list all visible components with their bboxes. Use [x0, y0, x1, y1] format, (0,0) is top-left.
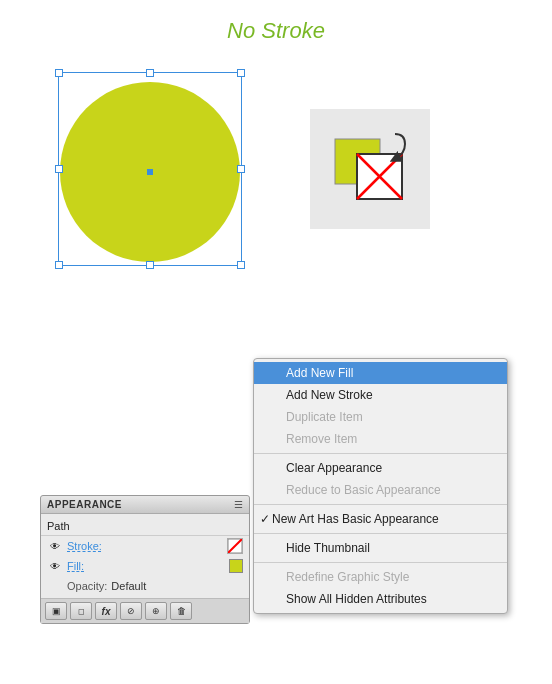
- fill-label: Fill:: [67, 560, 229, 572]
- panel-stroke-row: 👁 Stroke:: [41, 536, 249, 556]
- handle-bl: [55, 261, 63, 269]
- panel-bottom-toolbar: ▣ ◻ fx ⊘ ⊕ 🗑: [41, 598, 249, 623]
- panel-rounded-button[interactable]: ◻: [70, 602, 92, 620]
- panel-delete-button[interactable]: 🗑: [170, 602, 192, 620]
- fill-swatch[interactable]: [229, 559, 243, 573]
- menu-item-reduce-basic: Reduce to Basic Appearance: [254, 479, 507, 501]
- opacity-label: Opacity:: [67, 580, 107, 592]
- context-menu: Add New Fill Add New Stroke Duplicate It…: [253, 358, 508, 614]
- panel-opacity-row: Opacity: Default: [41, 576, 249, 596]
- eye-icon-2: 👁: [50, 561, 60, 572]
- menu-item-hide-thumbnail[interactable]: Hide Thumbnail: [254, 537, 507, 559]
- handle-tl: [55, 69, 63, 77]
- canvas-area: [0, 54, 552, 284]
- eye-icon: 👁: [50, 541, 60, 552]
- menu-item-redefine-style: Redefine Graphic Style: [254, 566, 507, 588]
- stroke-fill-icon-area: [310, 109, 430, 229]
- panel-content: Path 👁 Stroke: 👁 Fill:: [41, 514, 249, 598]
- panel-square-button[interactable]: ▣: [45, 602, 67, 620]
- menu-item-remove-item: Remove Item: [254, 428, 507, 450]
- menu-item-show-hidden[interactable]: Show All Hidden Attributes: [254, 588, 507, 610]
- checkmark-icon: ✓: [258, 512, 272, 526]
- visibility-eye-icon[interactable]: 👁: [47, 538, 63, 554]
- selection-box: [58, 72, 242, 266]
- panel-fx-button[interactable]: fx: [95, 602, 117, 620]
- menu-item-clear-appearance[interactable]: Clear Appearance: [254, 457, 507, 479]
- panel-fill-row: 👁 Fill:: [41, 556, 249, 576]
- handle-mr: [237, 165, 245, 173]
- menu-separator: [254, 562, 507, 563]
- page-title: No Stroke: [0, 18, 552, 44]
- menu-separator: [254, 453, 507, 454]
- appearance-panel: APPEARANCE ☰ Path 👁 Stroke: 👁: [40, 495, 250, 624]
- handle-ml: [55, 165, 63, 173]
- menu-separator: [254, 504, 507, 505]
- panel-clear-button[interactable]: ⊘: [120, 602, 142, 620]
- circle-canvas: [50, 64, 250, 274]
- panel-header: APPEARANCE ☰: [41, 496, 249, 514]
- title-area: No Stroke: [0, 0, 552, 54]
- menu-item-add-new-fill[interactable]: Add New Fill: [254, 362, 507, 384]
- menu-item-new-art-basic[interactable]: ✓New Art Has Basic Appearance: [254, 508, 507, 530]
- panel-menu-button[interactable]: ☰: [234, 499, 243, 510]
- stroke-label: Stroke:: [67, 540, 227, 552]
- handle-br: [237, 261, 245, 269]
- panel-path-label: Path: [47, 520, 70, 532]
- menu-item-duplicate-item: Duplicate Item: [254, 406, 507, 428]
- opacity-spacer: [47, 578, 63, 594]
- stroke-swatch[interactable]: [227, 538, 243, 554]
- handle-bm: [146, 261, 154, 269]
- stroke-fill-illustration: [325, 124, 415, 214]
- panel-new-item-button[interactable]: ⊕: [145, 602, 167, 620]
- panel-path-row: Path: [41, 516, 249, 536]
- opacity-value: Default: [111, 580, 146, 592]
- visibility-eye-icon-2[interactable]: 👁: [47, 558, 63, 574]
- panel-title: APPEARANCE: [47, 499, 122, 510]
- handle-tm: [146, 69, 154, 77]
- menu-item-add-new-stroke[interactable]: Add New Stroke: [254, 384, 507, 406]
- menu-separator: [254, 533, 507, 534]
- handle-tr: [237, 69, 245, 77]
